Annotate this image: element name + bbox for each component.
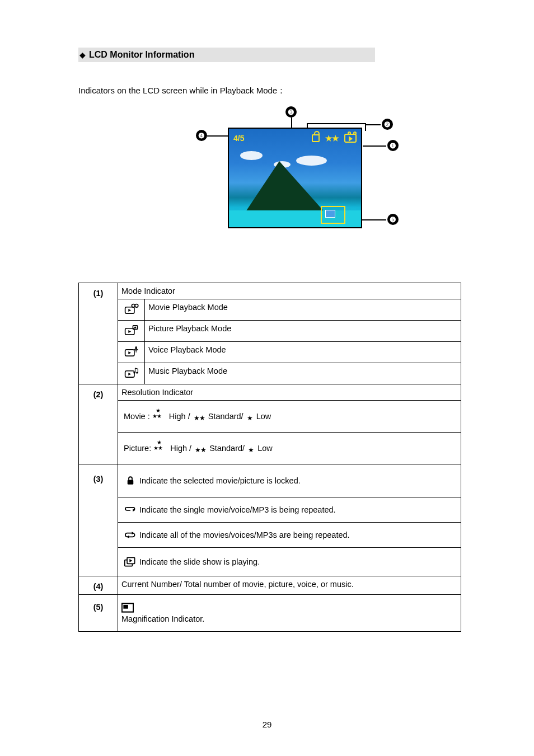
row5-text: Magnification Indicator. (121, 614, 457, 623)
row3-num: (3) (79, 464, 118, 576)
svg-rect-10 (135, 346, 137, 350)
svg-marker-1 (128, 309, 131, 312)
callout-5: ❺ (387, 214, 399, 225)
locked-text: Indicate the selected movie/picture is l… (137, 476, 301, 485)
one-star-icon (247, 413, 253, 422)
row1-num: (1) (79, 283, 118, 384)
document-page: ◆ LCD Monitor Information Indicators on … (0, 0, 534, 756)
standard-label: Standard/ (208, 412, 246, 421)
row2-header: Resolution Indicator (118, 384, 461, 401)
repeat-one-text: Indicate the single movie/voice/MP3 is b… (137, 505, 336, 514)
two-star-icon (195, 445, 206, 454)
callout-1: ❶ (387, 140, 399, 151)
low-label: Low (256, 412, 271, 421)
svg-marker-5 (128, 330, 131, 333)
standard-label: Standard/ (209, 444, 247, 453)
row1-header: Mode Indicator (118, 283, 461, 299)
resolution-stars: ★★ (325, 134, 339, 143)
music-mode-icon (124, 367, 139, 379)
repeat-all-text: Indicate all of the movies/voices/MP3s a… (137, 530, 350, 539)
line (363, 145, 386, 147)
svg-rect-25 (123, 605, 128, 609)
movie-prefix: Movie : (124, 412, 150, 421)
svg-point-3 (135, 304, 138, 307)
high-label: High / (170, 444, 194, 453)
one-star-icon (248, 445, 254, 454)
high-label: High / (169, 412, 193, 421)
row4-num: (4) (79, 576, 118, 595)
low-label: Low (257, 444, 273, 453)
callout-3: ❸ (285, 106, 297, 118)
diamond-icon: ◆ (79, 50, 86, 59)
svg-rect-17 (128, 480, 134, 485)
line (307, 123, 366, 124)
info-table: (1) Mode Indicator Movie Playback Mode (78, 283, 461, 632)
line (207, 135, 228, 137)
svg-marker-19 (132, 532, 134, 534)
svg-marker-20 (127, 536, 129, 538)
callout-2: ❷ (382, 119, 393, 130)
voice-mode-label: Voice Playback Mode (145, 342, 461, 363)
picture-prefix: Picture: (124, 444, 153, 453)
svg-point-7 (134, 327, 135, 328)
lcd-counter: 4/5 (233, 134, 244, 143)
lock-icon (125, 476, 135, 486)
movie-mode-icon (124, 303, 139, 315)
row2-num: (2) (79, 384, 118, 464)
repeat-one-icon (125, 505, 136, 514)
row5-num: (5) (79, 595, 118, 632)
svg-point-16 (136, 372, 138, 373)
slideshow-text: Indicate the slide show is playing. (137, 557, 260, 566)
three-star-icon (152, 411, 167, 421)
intro-text: Indicators on the LCD screen while in Pl… (78, 86, 461, 96)
figure: ❸ ❷ ❹ ❶ ❺ 4/5 (78, 106, 461, 249)
picture-mode-label: Picture Playback Mode (145, 321, 461, 342)
section-heading: ◆ LCD Monitor Information (78, 48, 375, 62)
row4-text: Current Number/ Total number of movie, p… (118, 576, 461, 595)
movie-resolution-line: Movie : High / Standard/ Low (121, 404, 457, 429)
music-mode-label: Music Playback Mode (145, 363, 461, 384)
callout-4: ❹ (196, 130, 207, 141)
repeat-all-icon (125, 530, 136, 539)
mode-icon (344, 134, 357, 143)
line (366, 124, 381, 125)
svg-point-15 (133, 372, 135, 373)
svg-marker-9 (128, 351, 131, 354)
svg-marker-13 (128, 373, 131, 375)
slideshow-icon (124, 557, 137, 567)
magnification-icon (121, 603, 134, 613)
voice-mode-icon (124, 345, 139, 358)
lock-icon (312, 134, 320, 142)
picture-resolution-line: Picture: High / Standard/ Low (121, 436, 457, 461)
movie-mode-label: Movie Playback Mode (145, 299, 461, 321)
magnification-icon (321, 206, 345, 224)
heading-text: LCD Monitor Information (89, 50, 194, 60)
two-star-icon (194, 413, 205, 422)
three-star-icon (153, 443, 168, 453)
picture-mode-icon (124, 324, 139, 336)
page-number: 29 (0, 720, 534, 729)
lcd-screen: 4/5 ★★ (228, 128, 362, 228)
